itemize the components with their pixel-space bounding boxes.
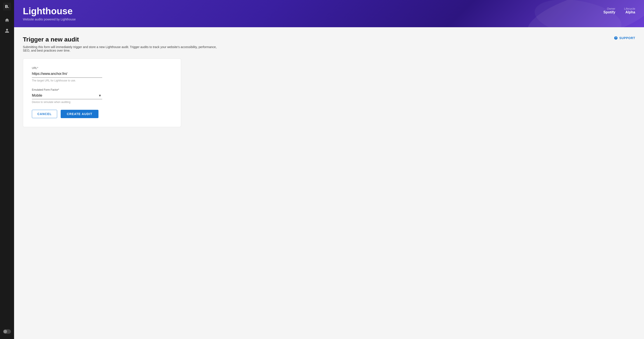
owner-value: Spotify <box>603 10 615 14</box>
question-icon <box>614 36 618 40</box>
header-title-area: Lighthouse Website audits powered by Lig… <box>23 6 76 21</box>
form-factor-select-wrapper: Mobile Desktop ▾ <box>32 93 102 99</box>
sidebar-logo[interactable]: B. <box>3 3 11 10</box>
form-actions: CANCEL CREATE AUDIT <box>32 110 172 118</box>
form-factor-hint: Device to simulate when auditing <box>32 101 172 104</box>
url-label: URL* <box>32 66 172 70</box>
page-header-row: Trigger a new audit Submitting this form… <box>23 36 635 58</box>
sidebar-item-home[interactable] <box>3 16 12 24</box>
app-title: Lighthouse <box>23 6 76 16</box>
url-input[interactable] <box>32 71 102 78</box>
page-description: Submitting this form will immediately tr… <box>23 45 221 52</box>
form-factor-select[interactable]: Mobile Desktop <box>32 93 102 99</box>
audit-form-card: URL* The target URL for Lighthouse to us… <box>23 58 181 127</box>
form-factor-label: Emulated Form Factor* <box>32 88 172 91</box>
owner-meta: Owner Spotify <box>603 7 615 14</box>
page-title: Trigger a new audit <box>23 36 221 43</box>
url-field-group: URL* The target URL for Lighthouse to us… <box>32 66 172 82</box>
app-subtitle: Website audits powered by Lighthouse <box>23 17 76 21</box>
page-heading-area: Trigger a new audit Submitting this form… <box>23 36 221 58</box>
cancel-button[interactable]: CANCEL <box>32 110 57 118</box>
app-header: Lighthouse Website audits powered by Lig… <box>14 0 644 27</box>
header-meta: Owner Spotify Lifecycle Alpha <box>603 6 635 14</box>
lifecycle-value: Alpha <box>624 10 635 14</box>
url-hint: The target URL for Lighthouse to use. <box>32 79 172 82</box>
theme-toggle[interactable] <box>3 329 11 334</box>
sidebar-item-user[interactable] <box>3 26 12 35</box>
sidebar: B. <box>0 0 14 339</box>
lifecycle-label: Lifecycle <box>624 7 635 10</box>
main-content: Lighthouse Website audits powered by Lig… <box>14 0 644 339</box>
page-body: Trigger a new audit Submitting this form… <box>14 27 644 339</box>
form-factor-group: Emulated Form Factor* Mobile Desktop ▾ D… <box>32 88 172 104</box>
lifecycle-meta: Lifecycle Alpha <box>624 7 635 14</box>
owner-label: Owner <box>603 7 615 10</box>
create-audit-button[interactable]: CREATE AUDIT <box>61 110 98 118</box>
support-label: SUPPORT <box>619 36 635 40</box>
support-button[interactable]: SUPPORT <box>614 36 635 40</box>
